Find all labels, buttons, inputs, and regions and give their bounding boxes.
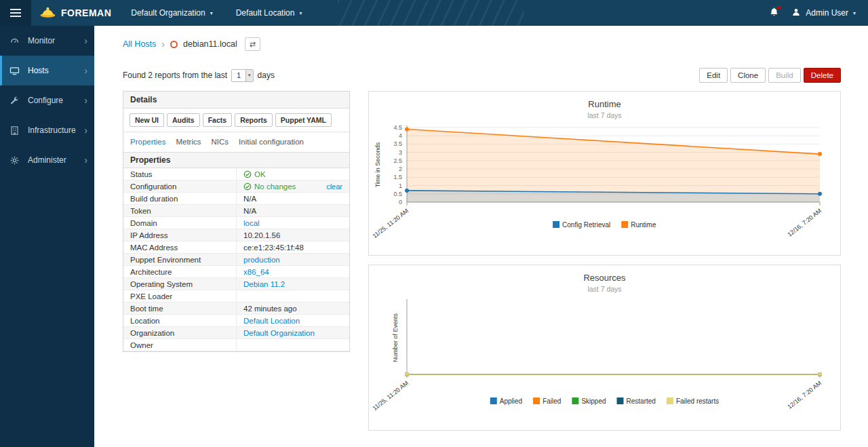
property-row-build-duration: Build durationN/A: [123, 193, 349, 205]
notifications-button[interactable]: [768, 5, 781, 20]
property-row-architecture: Architecturex86_64: [123, 266, 349, 278]
status-ok-value: OK: [243, 170, 266, 178]
sidebar-item-administer[interactable]: Administer›: [0, 145, 94, 175]
property-link-architecture[interactable]: x86_64: [243, 268, 269, 276]
clone-button[interactable]: Clone: [730, 68, 766, 83]
data-point-runtime[interactable]: [818, 152, 822, 156]
chevron-right-icon: ›: [84, 36, 87, 45]
check-circle-icon: [243, 170, 252, 178]
navbar-left: FOREMAN Default Organization ▾ Default L…: [0, 0, 313, 26]
chevron-right-icon: ›: [84, 66, 87, 75]
property-label: Operating System: [123, 278, 237, 290]
x-tick-label: 11/25, 11:20 AM: [371, 380, 410, 412]
property-value: No changesclear: [237, 180, 350, 193]
brand[interactable]: FOREMAN: [31, 5, 119, 21]
details-buttons-row: New UIAuditsFactsReportsPuppet YAML: [123, 109, 349, 132]
edit-button[interactable]: Edit: [699, 68, 728, 83]
legend-label: Runtime: [631, 221, 656, 229]
property-link-location[interactable]: Default Location: [243, 317, 300, 325]
wrench-icon: [9, 96, 22, 106]
details-button-new-ui[interactable]: New UI: [130, 113, 164, 127]
build-button[interactable]: Build: [768, 68, 801, 83]
sidebar-item-monitor[interactable]: Monitor›: [0, 26, 94, 56]
y-tick-label: 2.5: [393, 157, 402, 164]
property-row-configuration: ConfigurationNo changesclear: [123, 180, 349, 193]
data-point-runtime[interactable]: [405, 127, 409, 131]
property-link-puppet-environment[interactable]: production: [243, 256, 280, 264]
legend-swatch: [490, 397, 497, 404]
legend: Config RetrievalRuntime: [553, 221, 656, 229]
sidebar-item-configure[interactable]: Configure›: [0, 85, 94, 115]
navbar-stripe-decoration: [338, 0, 524, 26]
tab-properties[interactable]: Properties: [130, 138, 165, 146]
details-tabs: PropertiesMetricsNICsInitial configurati…: [123, 132, 349, 152]
property-row-pxe-loader: PXE Loader: [123, 290, 349, 303]
user-icon: [791, 7, 801, 19]
property-link-organization[interactable]: Default Organization: [243, 329, 315, 337]
chart-subtitle: last 7 days: [369, 111, 840, 119]
breadcrumb-separator-icon: ›: [161, 39, 165, 50]
host-switcher-button[interactable]: ⇄: [245, 37, 260, 51]
details-button-facts[interactable]: Facts: [203, 113, 232, 127]
legend-item-failed[interactable]: Failed: [533, 397, 561, 405]
details-button-audits[interactable]: Audits: [167, 113, 200, 127]
user-menu[interactable]: Admin User ▾: [791, 7, 856, 19]
property-row-puppet-environment: Puppet Environmentproduction: [123, 254, 349, 266]
property-label: IP Address: [123, 229, 237, 241]
data-point-config-retrieval[interactable]: [405, 189, 409, 193]
hamburger-menu-button[interactable]: [0, 0, 31, 26]
data-point-config-retrieval[interactable]: [818, 192, 822, 196]
caret-down-icon: ▾: [210, 10, 213, 16]
property-label: Owner: [123, 339, 237, 351]
property-value: x86_64: [237, 266, 350, 278]
property-row-domain: Domainlocal: [123, 217, 349, 229]
chevron-right-icon: ›: [84, 125, 87, 135]
host-action-buttons: Edit Clone Build Delete: [699, 68, 841, 83]
legend-item-skipped[interactable]: Skipped: [572, 397, 606, 405]
breadcrumb-all-hosts-link[interactable]: All Hosts: [123, 39, 156, 49]
sidebar-item-hosts[interactable]: Hosts›: [0, 56, 94, 85]
delete-button[interactable]: Delete: [804, 68, 841, 83]
user-name: Admin User: [806, 8, 848, 18]
legend-item-applied[interactable]: Applied: [490, 397, 522, 405]
sidebar-item-label: Administer: [28, 155, 84, 165]
property-value: Default Location: [237, 315, 350, 327]
property-row-location: LocationDefault Location: [123, 315, 349, 327]
property-row-mac-address: MAC Addressce:e1:23:45:1f:48: [123, 241, 349, 254]
chart-subtitle: last 7 days: [369, 285, 840, 293]
sidebar-item-infrastructure[interactable]: Infrastructure›: [0, 115, 94, 145]
charts-column: Runtime last 7 days 00.511.522.533.544.5…: [368, 91, 841, 431]
main-row: Details New UIAuditsFactsReportsPuppet Y…: [123, 91, 841, 431]
tab-initial-configuration[interactable]: Initial configuration: [239, 138, 304, 146]
brand-name: FOREMAN: [61, 7, 111, 18]
legend-swatch: [553, 221, 559, 228]
legend-label: Applied: [500, 397, 522, 405]
property-label: PXE Loader: [123, 290, 237, 303]
property-link-operating-system[interactable]: Debian 11.2: [243, 280, 285, 288]
property-label: MAC Address: [123, 241, 237, 254]
organization-selector[interactable]: Default Organization ▾: [119, 0, 224, 26]
property-value: 42 minutes ago: [237, 303, 350, 315]
caret-down-icon: ▾: [299, 10, 302, 16]
legend-item-runtime[interactable]: Runtime: [621, 221, 656, 229]
location-selector[interactable]: Default Location ▾: [224, 0, 314, 26]
clear-link[interactable]: clear: [326, 182, 342, 191]
legend-label: Failed restarts: [676, 397, 719, 405]
tab-metrics[interactable]: Metrics: [176, 138, 201, 146]
main-content: All Hosts › debian11.local ⇄ Found 2 rep…: [94, 26, 868, 447]
legend-item-restarted[interactable]: Restarted: [617, 397, 656, 405]
legend-item-failed-restarts[interactable]: Failed restarts: [667, 397, 719, 405]
property-link-domain[interactable]: local: [243, 219, 260, 227]
days-select[interactable]: 1 ▾: [231, 69, 254, 82]
tab-nics[interactable]: NICs: [211, 138, 229, 146]
resources-chart-plot: Number of Events11/25, 11:20 AM12/16, 7:…: [369, 296, 840, 427]
legend-swatch: [533, 397, 540, 404]
administer-icon: [9, 155, 22, 166]
runtime-chart-svg: 00.511.522.533.544.5Time in Seconds11/25…: [369, 122, 840, 250]
status-ok-text: No changes: [254, 182, 296, 191]
legend-item-config-retrieval[interactable]: Config Retrieval: [553, 221, 610, 229]
details-heading: Details: [123, 92, 349, 109]
details-button-reports[interactable]: Reports: [235, 113, 273, 127]
legend-swatch: [621, 221, 628, 228]
details-button-puppet-yaml[interactable]: Puppet YAML: [275, 113, 332, 127]
